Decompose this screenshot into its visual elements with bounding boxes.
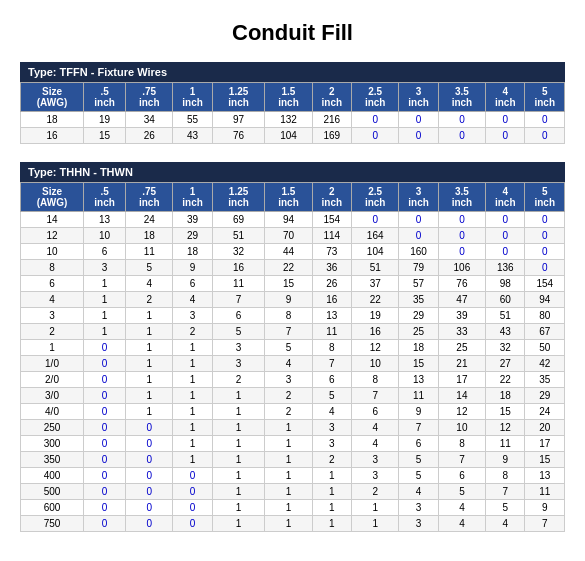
col-header: 1.25 inch bbox=[212, 83, 265, 112]
table-cell: 14 bbox=[438, 388, 485, 404]
col-header: 2 inch bbox=[312, 183, 351, 212]
table-cell: 1 bbox=[126, 372, 173, 388]
table-cell: 15 bbox=[84, 128, 126, 144]
table-cell: 16 bbox=[21, 128, 84, 144]
table-row: 311368131929395180 bbox=[21, 308, 565, 324]
table-cell: 0 bbox=[84, 420, 126, 436]
table-cell: 1 bbox=[126, 340, 173, 356]
table-cell: 12 bbox=[352, 340, 399, 356]
table-cell: 0 bbox=[525, 112, 565, 128]
table-cell: 1 bbox=[212, 452, 265, 468]
table-cell: 6 bbox=[21, 276, 84, 292]
table-cell: 11 bbox=[126, 244, 173, 260]
table-cell: 8 bbox=[21, 260, 84, 276]
col-header: 2.5 inch bbox=[352, 83, 399, 112]
table-cell: 35 bbox=[525, 372, 565, 388]
table-cell: 0 bbox=[126, 500, 173, 516]
table-cell: 1 bbox=[212, 420, 265, 436]
col-header: 2 inch bbox=[312, 83, 351, 112]
table-cell: 13 bbox=[399, 372, 438, 388]
col-header: .75 inch bbox=[126, 183, 173, 212]
table-cell: 0 bbox=[84, 484, 126, 500]
table-cell: 6 bbox=[352, 404, 399, 420]
table-cell: 51 bbox=[212, 228, 265, 244]
table-cell: 11 bbox=[312, 324, 351, 340]
table-cell: 2 bbox=[265, 388, 312, 404]
table-cell: 2 bbox=[265, 404, 312, 420]
col-header: 1 inch bbox=[173, 83, 212, 112]
table-cell: 2 bbox=[312, 452, 351, 468]
table-cell: 9 bbox=[173, 260, 212, 276]
table-cell: 4 bbox=[438, 516, 485, 532]
table-cell: 3 bbox=[399, 516, 438, 532]
col-header: .5 inch bbox=[84, 183, 126, 212]
table-cell: 17 bbox=[438, 372, 485, 388]
table-cell: 0 bbox=[84, 516, 126, 532]
table-cell: 1 bbox=[173, 340, 212, 356]
table-cell: 7 bbox=[212, 292, 265, 308]
table-cell: 1 bbox=[265, 436, 312, 452]
table-cell: 5 bbox=[486, 500, 525, 516]
col-header: 5 inch bbox=[525, 83, 565, 112]
table-cell: 7 bbox=[486, 484, 525, 500]
table-row: 400000111356813 bbox=[21, 468, 565, 484]
table-row: 835916223651791061360 bbox=[21, 260, 565, 276]
table-cell: 5 bbox=[312, 388, 351, 404]
table-cell: 6 bbox=[399, 436, 438, 452]
table-cell: 12 bbox=[21, 228, 84, 244]
table-cell: 164 bbox=[352, 228, 399, 244]
table-cell: 15 bbox=[265, 276, 312, 292]
table-cell: 10 bbox=[352, 356, 399, 372]
table-cell: 16 bbox=[312, 292, 351, 308]
table-cell: 39 bbox=[438, 308, 485, 324]
table-cell: 0 bbox=[352, 212, 399, 228]
table-cell: 0 bbox=[399, 128, 438, 144]
col-header: 3.5 inch bbox=[438, 83, 485, 112]
col-header: 1.5 inch bbox=[265, 183, 312, 212]
table-cell: 0 bbox=[84, 372, 126, 388]
table-cell: 24 bbox=[126, 212, 173, 228]
col-header: 4 inch bbox=[486, 83, 525, 112]
table-row: 1/00113471015212742 bbox=[21, 356, 565, 372]
table-cell: 0 bbox=[525, 212, 565, 228]
table-cell: 0 bbox=[399, 112, 438, 128]
table-cell: 1 bbox=[352, 500, 399, 516]
table-cell: 11 bbox=[486, 436, 525, 452]
table-cell: 1 bbox=[212, 500, 265, 516]
table-row: 211257111625334367 bbox=[21, 324, 565, 340]
table-cell: 18 bbox=[486, 388, 525, 404]
table-row: 3000011134681117 bbox=[21, 436, 565, 452]
table-cell: 7 bbox=[352, 388, 399, 404]
table-cell: 8 bbox=[312, 340, 351, 356]
thhn-table: Size (AWG).5 inch.75 inch1 inch1.25 inch… bbox=[20, 182, 565, 532]
table-cell: 70 bbox=[265, 228, 312, 244]
table-cell: 18 bbox=[399, 340, 438, 356]
thhn-header: Type: THHN - THWN bbox=[20, 162, 565, 182]
table-cell: 39 bbox=[173, 212, 212, 228]
table-cell: 3 bbox=[173, 308, 212, 324]
table-cell: 25 bbox=[399, 324, 438, 340]
table-cell: 1 bbox=[265, 468, 312, 484]
table-row: 14132439699415400000 bbox=[21, 212, 565, 228]
table-cell: 94 bbox=[265, 212, 312, 228]
col-header: 3 inch bbox=[399, 83, 438, 112]
table-cell: 1 bbox=[212, 436, 265, 452]
table-cell: 43 bbox=[486, 324, 525, 340]
table-cell: 10 bbox=[438, 420, 485, 436]
table-cell: 154 bbox=[312, 212, 351, 228]
table-cell: 1 bbox=[312, 468, 351, 484]
table-cell: 5 bbox=[399, 468, 438, 484]
table-cell: 1 bbox=[173, 388, 212, 404]
table-cell: 9 bbox=[265, 292, 312, 308]
table-cell: 3 bbox=[399, 500, 438, 516]
col-header: 3.5 inch bbox=[438, 183, 485, 212]
table-row: 181934559713221600000 bbox=[21, 112, 565, 128]
table-cell: 114 bbox=[312, 228, 351, 244]
table-cell: 32 bbox=[486, 340, 525, 356]
table-cell: 12 bbox=[486, 420, 525, 436]
table-cell: 2 bbox=[212, 372, 265, 388]
table-cell: 0 bbox=[126, 468, 173, 484]
table-cell: 22 bbox=[265, 260, 312, 276]
table-cell: 11 bbox=[399, 388, 438, 404]
table-cell: 1 bbox=[126, 388, 173, 404]
